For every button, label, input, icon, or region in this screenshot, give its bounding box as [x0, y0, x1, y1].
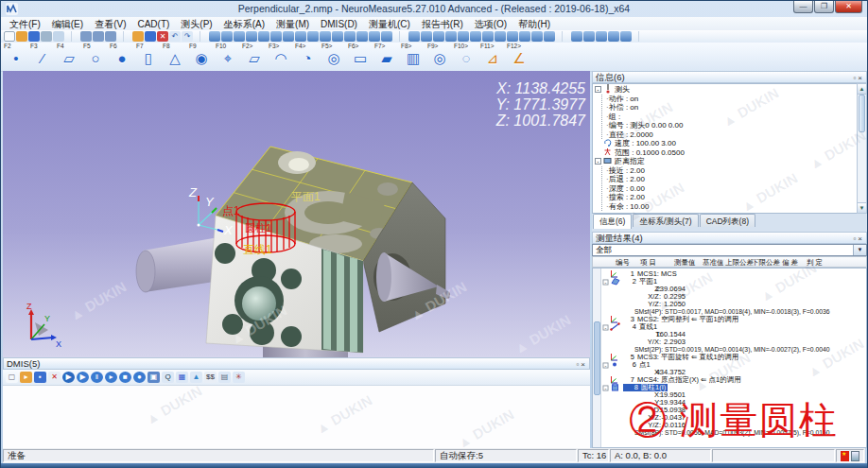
tool-probe-icon[interactable] [421, 31, 432, 42]
dmis-find-icon[interactable]: Q [162, 372, 174, 383]
new-file-icon[interactable] [4, 31, 15, 42]
copy-image-icon[interactable] [105, 31, 116, 42]
view-zoom-icon[interactable] [307, 31, 319, 42]
scroll-thumb[interactable] [859, 95, 865, 132]
value-row[interactable]: X/Z:0.2295 [602, 293, 865, 301]
view-shade-icon[interactable] [320, 31, 331, 42]
measure-plane-arc-button[interactable]: F3>◠ [268, 43, 294, 70]
chevron-down-icon[interactable]: ▼ [853, 245, 866, 255]
dmis-settings-icon[interactable]: ✳ [233, 372, 245, 383]
dmis-panel-titlebar[interactable]: DMIS(5) ▫× [3, 357, 590, 370]
cylinder-label[interactable]: 圆柱1 [245, 222, 271, 234]
close-icon[interactable]: × [858, 234, 864, 243]
view-window-icon[interactable] [209, 31, 220, 42]
plane-label[interactable]: 平面1 [291, 190, 321, 203]
rotate-right-icon[interactable]: ↷ [182, 31, 193, 42]
title-bar[interactable]: Perpendicular_2.nmp - NeuroMeasure5.27.0… [1, 1, 867, 17]
tool-align-icon[interactable] [408, 31, 420, 42]
info-tree-child[interactable]: 接近 : 2.00 [606, 166, 855, 176]
dmis-run-all-icon[interactable]: ▶ [62, 372, 75, 383]
dmis-editor[interactable] [3, 386, 590, 449]
menu-item[interactable]: 帮助(H) [512, 18, 556, 30]
measure-profile-button[interactable]: F10>◌ [453, 43, 479, 70]
measure-clip-planes-button[interactable]: F8>▥ [400, 43, 426, 70]
menu-item[interactable]: DMIS(D) [315, 18, 363, 30]
save-file-icon[interactable] [28, 31, 40, 42]
info-tree-child[interactable]: 搜索 : 2.00 [606, 193, 855, 202]
value-row[interactable]: Z:239.0694 [602, 286, 865, 293]
tab-坐标系/测头(7)[interactable]: 坐标系/测头(7) [633, 214, 698, 227]
open-file-icon[interactable] [16, 31, 27, 42]
tree-collapse-icon[interactable]: - [595, 86, 601, 93]
measure-cylinder-button[interactable]: F7▯ [135, 43, 162, 70]
dmis-dollars-icon[interactable]: $$ [204, 372, 217, 383]
measure-plane-button[interactable]: F4▱ [56, 43, 82, 70]
restore-button[interactable]: ❐ [814, 1, 834, 13]
point-label[interactable]: 点1 [222, 204, 240, 217]
tool-level-icon[interactable] [470, 31, 481, 42]
info-tree[interactable]: -测头动作 : on补偿 : on组 :编号 : 测头0 0.00 0.00直径… [592, 83, 867, 214]
menu-item[interactable]: 报告书(R) [416, 18, 469, 30]
tree-collapse-icon[interactable]: - [603, 362, 609, 368]
open-session-icon[interactable] [132, 31, 144, 42]
dmis-record-icon[interactable]: ● [133, 372, 146, 383]
scroll-down-icon[interactable]: ▼ [858, 202, 866, 213]
close-icon[interactable]: × [581, 360, 587, 369]
measure-plane-slot-button[interactable]: F6>▭ [347, 43, 373, 70]
menu-item[interactable]: 选项(O) [469, 18, 512, 30]
3d-viewport-canvas[interactable]: 圆柱1 点1 平面1 直线1 Z Y X [3, 71, 590, 357]
minimize-button[interactable]: — [793, 1, 813, 13]
tool-target-icon[interactable] [507, 31, 518, 42]
measure-plane-point-button[interactable]: F2>▱ [241, 43, 268, 70]
hand-icon[interactable] [571, 31, 582, 42]
info-tree-child[interactable]: 深度 : 0.00 [606, 184, 855, 194]
clock-icon[interactable] [583, 31, 595, 42]
tree-collapse-icon[interactable]: - [595, 158, 601, 165]
window-icon[interactable] [596, 31, 607, 42]
dmis-stop-icon[interactable]: ■ [119, 372, 131, 383]
tool-move-icon[interactable] [445, 31, 457, 42]
copy-dmis-icon[interactable] [80, 31, 92, 42]
dmis-pause-icon[interactable]: ‖ [91, 372, 103, 383]
flag-china-icon[interactable] [841, 451, 849, 461]
view-side-icon[interactable] [258, 31, 269, 42]
dmis-alarm-icon[interactable]: ▲ [190, 372, 202, 383]
table-row[interactable]: -4直线1 [602, 323, 865, 331]
tree-collapse-icon[interactable]: - [603, 385, 609, 390]
print-icon[interactable] [41, 31, 52, 42]
info-tree-child[interactable]: 有余 : 10.00 [606, 202, 855, 212]
menu-item[interactable]: 测头(P) [175, 18, 217, 30]
measure-angle-ruler-button[interactable]: F11>⊿ [479, 43, 506, 70]
value-row[interactable]: Y/Z:1.2050 [602, 301, 865, 308]
measure-line-button[interactable]: F3⁄ [29, 43, 56, 70]
measure-protractor-button[interactable]: F12>∠ [506, 43, 532, 70]
scroll-up-icon[interactable]: ▲ [858, 84, 866, 95]
view-top-icon[interactable] [246, 31, 257, 42]
dmis-output-icon[interactable]: ▤ [218, 372, 231, 383]
view-clip-icon[interactable] [369, 31, 380, 42]
dmis-open-icon[interactable]: ▸ [20, 372, 32, 383]
tool-angle-icon[interactable] [433, 31, 444, 42]
table-row[interactable]: -8圆柱1(I) [602, 384, 865, 391]
view-wire-icon[interactable] [332, 31, 343, 42]
menu-item[interactable]: 文件(F) [4, 18, 46, 30]
info-tree-child[interactable]: 直径 : 2.0000 [606, 130, 855, 140]
measure-cone-button[interactable]: F8△ [162, 43, 188, 70]
tab-信息(6)[interactable]: 信息(6) [593, 214, 632, 229]
dmis-close-icon[interactable]: ✕ [48, 372, 61, 383]
dmis-save-icon[interactable]: ▪ [34, 372, 46, 383]
dmis-run-icon[interactable]: ▶ [77, 372, 89, 383]
delete-icon[interactable]: ✕ [157, 31, 168, 42]
input-language-icon[interactable] [851, 451, 859, 461]
measure-plane-radius-button[interactable]: F4>◔ [294, 43, 321, 70]
info-tree-node[interactable]: 速度 : 100.00 3.00 [595, 139, 855, 148]
tool-offset-icon[interactable] [495, 31, 506, 42]
view-grid-icon[interactable] [221, 31, 233, 42]
tree-collapse-icon[interactable]: - [603, 324, 609, 330]
measure-circle-button[interactable]: F5○ [82, 43, 109, 70]
menu-item[interactable]: 查看(V) [89, 18, 131, 30]
dmis-grid-icon[interactable]: ▦ [176, 372, 188, 383]
info-scrollbar[interactable]: ▲ ▼ [857, 83, 867, 214]
tool-trend-icon[interactable] [482, 31, 494, 42]
info-tree-child[interactable]: 组 : [606, 113, 855, 122]
